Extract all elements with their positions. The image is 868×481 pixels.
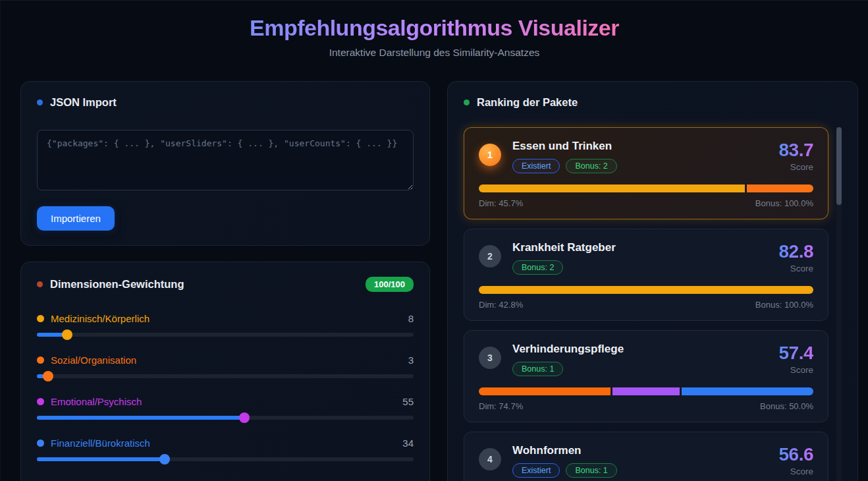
score-bar-segment <box>479 184 745 192</box>
bonus-label: Bonus: 100.0% <box>755 198 813 208</box>
left-column: JSON Import Importieren Dimensionen-Gewi… <box>20 81 430 481</box>
slider-2[interactable] <box>37 416 414 420</box>
slider-group-3: Finanziell/Bürokratisch34 <box>37 438 414 461</box>
rank-row: 1Essen und TrinkenExistiertBonus: 283.7S… <box>479 140 813 173</box>
slider-thumb[interactable] <box>159 454 170 465</box>
slider-3[interactable] <box>37 457 414 461</box>
rank-badge: 3 <box>479 347 501 369</box>
badge-row: Bonus: 2 <box>512 260 771 275</box>
rank-badge: 4 <box>479 448 501 470</box>
ranking-item-4[interactable]: 4WohnformenExistiertBonus: 156.6Score <box>464 432 828 481</box>
bonus-badge: Bonus: 1 <box>566 463 616 478</box>
score-bar-segment <box>479 286 813 294</box>
score-value: 82.8 <box>779 241 814 262</box>
dim-label: Dim: 42.8% <box>479 300 523 310</box>
slider-value: 34 <box>402 438 414 449</box>
page-subtitle: Interaktive Darstellung des Similarity-A… <box>1 47 868 59</box>
scrollbar[interactable] <box>836 127 842 481</box>
slider-thumb[interactable] <box>62 329 72 340</box>
json-import-card: JSON Import Importieren <box>20 81 430 246</box>
score-bar <box>479 184 813 192</box>
green-dot-icon <box>464 99 470 105</box>
ranking-list: 1Essen und TrinkenExistiertBonus: 283.7S… <box>464 127 828 481</box>
rank-info: Essen und TrinkenExistiertBonus: 2 <box>512 140 771 173</box>
score-bar-segment <box>747 184 814 192</box>
score-label: Score <box>779 365 814 375</box>
dimension-dot-icon <box>37 356 44 364</box>
dim-label: Dim: 74.7% <box>479 401 523 411</box>
ranking-title: Ranking der Pakete <box>477 96 578 109</box>
score-label: Score <box>779 162 814 172</box>
bonus-label: Bonus: 50.0% <box>760 401 813 411</box>
slider-1[interactable] <box>37 374 414 378</box>
json-import-title: JSON Import <box>50 96 117 109</box>
exists-badge: Existiert <box>512 159 560 173</box>
page-header: Empfehlungsalgorithmus Visualizer Intera… <box>1 1 868 59</box>
ranking-item-3[interactable]: 3VerhinderungspflegeBonus: 157.4ScoreDim… <box>464 330 828 422</box>
score-value: 83.7 <box>779 140 814 161</box>
ranking-scroll-area: 1Essen und TrinkenExistiertBonus: 283.7S… <box>464 127 842 481</box>
rank-info: VerhinderungspflegeBonus: 1 <box>512 343 771 376</box>
slider-0[interactable] <box>37 333 414 337</box>
sliders-list: Medizinisch/Körperlich8Sozial/Organisati… <box>37 313 414 461</box>
rank-row: 2Krankheit RatgeberBonus: 282.8Score <box>479 241 813 275</box>
score-value: 57.4 <box>779 343 814 364</box>
right-column: Ranking der Pakete 1Essen und TrinkenExi… <box>447 81 858 481</box>
bonus-badge: Bonus: 2 <box>566 159 616 173</box>
score-value: 56.6 <box>779 444 814 465</box>
blue-dot-icon <box>37 99 43 105</box>
scrollbar-thumb[interactable] <box>836 127 842 205</box>
weights-title: Dimensionen-Gewichtung <box>50 278 184 291</box>
score-block: 56.6Score <box>779 444 814 476</box>
slider-label: Sozial/Organisation <box>51 354 136 366</box>
main-grid: JSON Import Importieren Dimensionen-Gewi… <box>1 81 868 481</box>
badge-row: ExistiertBonus: 1 <box>512 463 771 478</box>
rank-badge: 1 <box>479 144 501 166</box>
bonus-label: Bonus: 100.0% <box>755 300 813 310</box>
slider-label-row: Sozial/Organisation3 <box>37 354 414 366</box>
bonus-badge: Bonus: 2 <box>512 260 563 275</box>
badge-row: ExistiertBonus: 2 <box>512 159 771 173</box>
score-bar <box>479 387 813 395</box>
json-import-header: JSON Import <box>37 96 414 109</box>
weights-card: Dimensionen-Gewichtung 100/100 Medizinis… <box>20 262 430 481</box>
dimension-dot-icon <box>37 315 44 322</box>
slider-label-row: Emotional/Psychisch55 <box>37 396 414 407</box>
score-bar-segment <box>479 387 610 395</box>
score-block: 83.7Score <box>779 140 814 172</box>
score-block: 57.4Score <box>779 343 814 375</box>
weights-total-badge: 100/100 <box>366 277 414 292</box>
slider-group-0: Medizinisch/Körperlich8 <box>37 313 414 337</box>
orange-dot-icon <box>37 281 43 287</box>
ranking-card: Ranking der Pakete 1Essen und TrinkenExi… <box>447 81 858 481</box>
rank-info: Krankheit RatgeberBonus: 2 <box>512 241 771 275</box>
slider-value: 3 <box>408 354 414 366</box>
rank-info: WohnformenExistiertBonus: 1 <box>512 444 771 478</box>
package-title: Essen und Trinken <box>512 140 771 153</box>
score-bar <box>479 286 813 294</box>
slider-thumb[interactable] <box>43 371 53 382</box>
slider-label: Finanziell/Bürokratisch <box>51 438 150 449</box>
import-button[interactable]: Importieren <box>37 206 115 231</box>
page-title: Empfehlungsalgorithmus Visualizer <box>250 15 619 41</box>
slider-value: 55 <box>402 396 414 407</box>
score-bar-labels: Dim: 45.7%Bonus: 100.0% <box>479 198 813 208</box>
weights-header: Dimensionen-Gewichtung 100/100 <box>37 277 414 292</box>
score-label: Score <box>779 264 814 273</box>
slider-label: Emotional/Psychisch <box>51 396 142 407</box>
rank-badge: 2 <box>479 245 501 268</box>
slider-fill <box>37 416 244 420</box>
score-bar-segment <box>682 387 813 395</box>
slider-label-row: Finanziell/Bürokratisch34 <box>37 438 414 449</box>
slider-fill <box>37 457 165 461</box>
slider-thumb[interactable] <box>239 412 250 423</box>
score-bar-labels: Dim: 42.8%Bonus: 100.0% <box>479 300 813 310</box>
exists-badge: Existiert <box>512 463 560 478</box>
slider-value: 8 <box>408 313 414 324</box>
json-input[interactable] <box>37 130 414 190</box>
score-bar-labels: Dim: 74.7%Bonus: 50.0% <box>479 401 813 411</box>
ranking-item-1[interactable]: 1Essen und TrinkenExistiertBonus: 283.7S… <box>464 127 828 219</box>
ranking-item-2[interactable]: 2Krankheit RatgeberBonus: 282.8ScoreDim:… <box>464 229 828 321</box>
bonus-badge: Bonus: 1 <box>512 362 563 376</box>
dimension-dot-icon <box>37 439 44 447</box>
